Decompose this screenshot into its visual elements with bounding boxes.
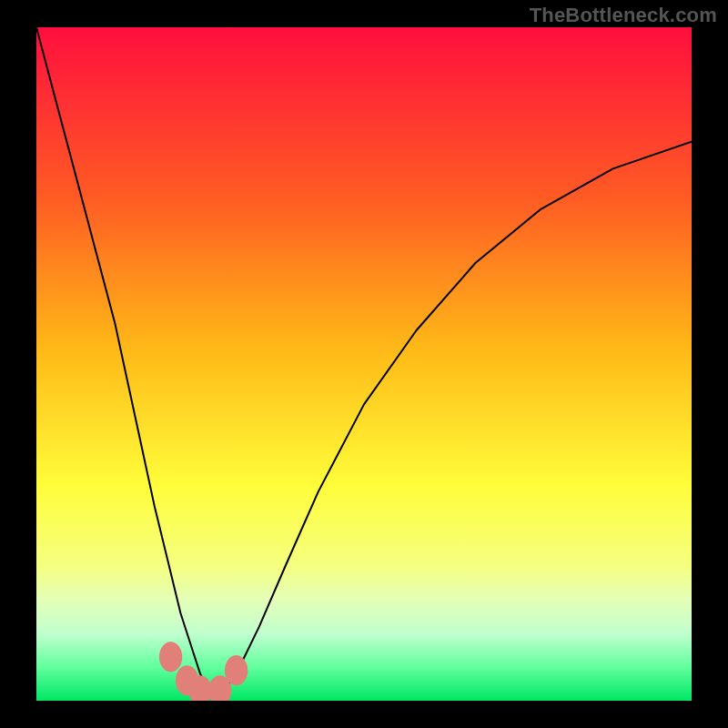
attribution-text: TheBottleneck.com — [530, 4, 717, 27]
marker-0 — [159, 642, 182, 672]
marker-4 — [225, 655, 248, 685]
chart-background — [36, 27, 692, 701]
chart-svg — [36, 27, 692, 701]
chart-panel — [36, 27, 692, 701]
